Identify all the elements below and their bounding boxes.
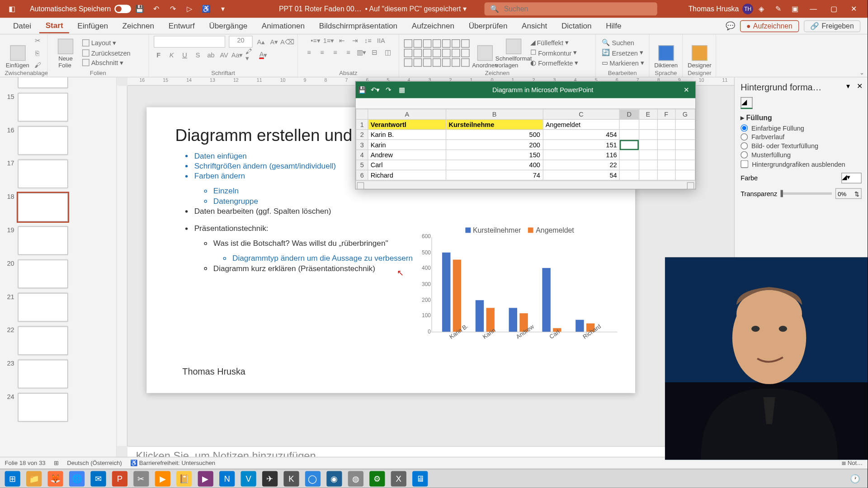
section-button[interactable]: Abschnitt▾	[81, 58, 132, 67]
cell[interactable]	[675, 140, 695, 150]
search-input[interactable]	[504, 5, 651, 13]
tab-entwurf[interactable]: Entwurf	[163, 19, 201, 33]
windows-taskbar[interactable]: ⊞📁🦊🌐✉P✂▶📔▶NV✈K◯◉◍⚙X🖥🕐	[0, 469, 868, 488]
font-color-button[interactable]: A▾	[259, 50, 268, 60]
tab-uebergaenge[interactable]: Übergänge	[203, 19, 253, 33]
account-button[interactable]: Thomas Hruska TH	[689, 4, 753, 14]
cell[interactable]: 54	[543, 170, 620, 180]
toggle-switch[interactable]	[114, 5, 131, 13]
taskbar-app[interactable]: V	[241, 471, 256, 486]
indent-button[interactable]: ⇥	[350, 36, 359, 45]
qat-dropdown-icon[interactable]: ▾	[218, 4, 227, 14]
spacing-button[interactable]: AV	[219, 50, 229, 60]
shadow-button[interactable]: ab	[206, 50, 216, 60]
taskbar-app[interactable]: 🖥	[412, 471, 428, 486]
cell[interactable]: Karin B.	[368, 130, 446, 140]
cell[interactable]: Carl	[368, 160, 446, 170]
search-box[interactable]: 🔍	[484, 2, 657, 15]
col-header[interactable]: D	[619, 109, 638, 119]
diamond-icon[interactable]: ◈	[757, 4, 766, 14]
cell[interactable]: Verantwortl	[368, 119, 446, 129]
window-icon[interactable]: ▣	[790, 4, 800, 14]
case-button[interactable]: Aa▾	[232, 50, 242, 60]
accessibility-icon[interactable]: ♿	[202, 4, 211, 14]
checkbox[interactable]	[741, 160, 748, 168]
tab-datei[interactable]: Datei	[7, 19, 37, 33]
col-header[interactable]: C	[543, 109, 620, 119]
radio[interactable]	[741, 124, 748, 131]
cell[interactable]: 454	[543, 130, 620, 140]
maximize-button[interactable]: ▢	[823, 5, 844, 13]
datasheet-scrollbar[interactable]	[356, 180, 695, 188]
clear-format-icon[interactable]: A⌫	[283, 37, 292, 47]
minimize-button[interactable]: —	[803, 5, 824, 13]
cell[interactable]	[619, 130, 638, 140]
taskbar-app[interactable]: K	[283, 471, 299, 486]
justify-button[interactable]: ≡	[344, 47, 353, 57]
cell[interactable]	[657, 130, 675, 140]
strike-button[interactable]: S	[193, 50, 203, 60]
cell[interactable]: 74	[446, 170, 543, 180]
cell[interactable]: Richard	[368, 170, 446, 180]
shrink-font-icon[interactable]: A▾	[269, 37, 279, 47]
comments-icon[interactable]: 💬	[726, 21, 735, 30]
layout-button[interactable]: Layout▾	[81, 38, 132, 47]
slide-thumbnail[interactable]	[18, 360, 68, 388]
cell[interactable]	[675, 119, 695, 129]
opt-gradient[interactable]: Farbverlauf	[741, 133, 862, 141]
cell[interactable]	[639, 140, 657, 150]
undo-icon[interactable]: ↶▾	[369, 86, 382, 94]
file-name[interactable]: PPT 01 Roter Faden 00…	[279, 5, 362, 13]
cell[interactable]: 200	[446, 140, 543, 150]
cell[interactable]: 500	[446, 130, 543, 140]
align-center-button[interactable]: ≡	[317, 47, 327, 57]
row-header[interactable]: 2	[356, 130, 368, 140]
chart-data-editor[interactable]: 💾 ↶▾ ↷ ▦ Diagramm in Microsoft PowerPoin…	[355, 81, 696, 189]
tab-animationen[interactable]: Animationen	[256, 19, 311, 33]
replace-button[interactable]: 🔄 Ersetzen▾	[601, 48, 646, 57]
transparency-slider[interactable]	[781, 192, 832, 195]
font-family-dropdown[interactable]	[154, 36, 225, 47]
taskbar-app[interactable]: ⊞	[5, 471, 20, 486]
bar[interactable]	[509, 308, 517, 332]
col-header[interactable]: G	[675, 109, 695, 119]
bar[interactable]	[542, 268, 550, 332]
chart[interactable]: KursteilnehmerAngemeldet 010020030040050…	[415, 226, 617, 357]
taskbar-app[interactable]: 🌐	[69, 471, 85, 486]
cell[interactable]: 150	[446, 150, 543, 160]
arrange-button[interactable]: Anordnen	[472, 37, 498, 68]
radio[interactable]	[741, 142, 748, 150]
cell[interactable]	[657, 119, 675, 129]
close-icon[interactable]: ✕	[678, 86, 696, 94]
taskbar-app[interactable]: 📁	[26, 471, 42, 486]
shape-effects-button[interactable]: ◐ Formeffekte▾	[529, 58, 579, 67]
tab-zeichnen[interactable]: Zeichnen	[116, 19, 160, 33]
bar[interactable]	[453, 260, 461, 332]
autosave-toggle[interactable]: Automatisches Speichern	[30, 5, 131, 13]
grow-font-icon[interactable]: A▴	[256, 37, 266, 47]
text-direction-button[interactable]: IIA	[376, 36, 386, 45]
quick-styles-button[interactable]: Schnellformat vorlagen	[500, 37, 527, 68]
col-header[interactable]: A	[368, 109, 446, 119]
close-button[interactable]: ✕	[844, 5, 864, 13]
undo-icon[interactable]: ↶	[151, 4, 161, 14]
bar[interactable]	[442, 252, 450, 332]
tab-start[interactable]: Start	[39, 19, 69, 33]
slide-thumbnail[interactable]	[18, 293, 68, 321]
row-header[interactable]: 6	[356, 170, 368, 180]
fill-tab-icon[interactable]: ◢	[741, 97, 752, 109]
slide-thumbnail[interactable]	[18, 393, 68, 422]
cell[interactable]	[657, 160, 675, 170]
share-button[interactable]: 🔗 Freigeben	[804, 20, 860, 32]
new-slide-button[interactable]: Neue Folie	[52, 37, 79, 68]
col-header[interactable]: B	[446, 109, 543, 119]
designer-button[interactable]: Designer	[688, 37, 712, 68]
transparency-value[interactable]: 0%⇅	[835, 188, 862, 199]
numbering-button[interactable]: 1≡▾	[324, 36, 333, 45]
cut-icon[interactable]: ✂	[33, 36, 42, 46]
taskbar-app[interactable]: ✉	[90, 471, 106, 486]
paste-button[interactable]: Einfügen	[5, 37, 31, 68]
cell[interactable]: Andrew	[368, 150, 446, 160]
find-button[interactable]: 🔍 Suchen	[601, 38, 646, 47]
radio[interactable]	[741, 133, 748, 141]
